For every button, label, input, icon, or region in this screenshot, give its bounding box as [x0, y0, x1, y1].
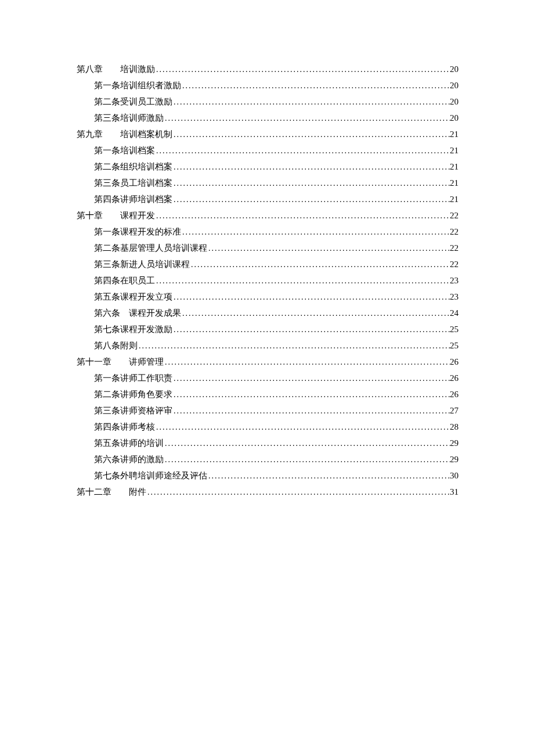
toc-label: 第十二章: [77, 487, 111, 498]
toc-page-number: 25: [450, 341, 459, 351]
toc-page-number: 21: [450, 146, 459, 156]
toc-label: 第二条: [94, 161, 120, 172]
toc-entry: 第八章 培训激励20: [77, 64, 459, 75]
toc-page-number: 21: [450, 162, 459, 172]
toc-label: 第三条: [94, 113, 120, 124]
toc-page-number: 21: [450, 129, 459, 139]
toc-title: 附件: [129, 487, 146, 498]
toc-spacer: [111, 357, 129, 368]
toc-dots: [138, 341, 450, 351]
toc-title: 讲师的激励: [120, 454, 164, 465]
toc-label: 第三条: [94, 259, 120, 270]
toc-page-number: 20: [450, 97, 459, 107]
toc-label: 第三条: [94, 178, 120, 189]
toc-label: 第六条: [94, 454, 120, 465]
toc-dots: [164, 455, 450, 465]
toc-label: 第二条: [94, 389, 120, 400]
toc-entry: 第八条 附则25: [77, 340, 459, 351]
toc-page-number: 29: [450, 455, 459, 465]
toc-label: 第五条: [94, 291, 120, 303]
toc-page-number: 23: [450, 276, 459, 286]
toc-dots: [172, 293, 450, 302]
toc-entry: 第一条 培训组织者激励20: [77, 80, 459, 91]
toc-title: 课程开发成果: [129, 308, 181, 319]
toc-page-number: 22: [450, 211, 459, 221]
toc-entry: 第一条 课程开发的标准22: [77, 226, 459, 237]
toc-page-number: 20: [450, 81, 459, 91]
toc-label: 第五条: [94, 438, 120, 449]
toc-label: 第二条: [94, 243, 120, 254]
toc-title: 课程开发: [120, 210, 155, 221]
toc-entry: 第四条 讲师培训档案21: [77, 194, 459, 205]
toc-label: 第七条: [94, 324, 120, 335]
toc-entry: 第二条 讲师角色要求26: [77, 389, 459, 400]
toc-entry: 第六条 讲师的激励29: [77, 454, 459, 465]
toc-entry: 第三条 培训师激励20: [77, 113, 459, 124]
toc-title: 课程开发的标准: [120, 226, 181, 237]
toc-title: 组织培训档案: [120, 161, 172, 172]
toc-title: 员工培训档案: [120, 178, 172, 189]
toc-dots: [164, 114, 450, 123]
toc-title: 新进人员培训课程: [120, 259, 190, 270]
toc-entry: 第十一章 讲师管理26: [77, 357, 459, 368]
toc-dots: [155, 423, 450, 432]
toc-label: 第一条: [94, 226, 120, 237]
toc-label: 第四条: [94, 275, 120, 286]
toc-label: 第十章: [77, 210, 103, 221]
toc-title: 培训激励: [120, 64, 155, 75]
toc-entry: 第五条 课程开发立项23: [77, 291, 459, 303]
toc-spacer: [111, 487, 129, 498]
toc-page-number: 26: [450, 357, 459, 367]
toc-entry: 第一条 讲师工作职责26: [77, 373, 459, 384]
toc-dots: [146, 488, 450, 497]
toc-dots: [207, 244, 450, 253]
toc-page-number: 20: [450, 64, 459, 74]
toc-dots: [181, 309, 450, 318]
toc-title: 讲师的培训: [120, 438, 164, 449]
toc-page-number: 26: [450, 390, 459, 399]
toc-page-number: 21: [450, 178, 459, 188]
toc-page-number: 23: [450, 292, 459, 302]
toc-dots: [207, 471, 450, 481]
toc-entry: 第四条 在职员工23: [77, 275, 459, 286]
toc-title: 基层管理人员培训课程: [120, 243, 207, 254]
toc-dots: [172, 390, 450, 399]
toc-title: 讲师角色要求: [120, 389, 172, 400]
toc-label: 第八章: [77, 64, 103, 75]
toc-title: 讲师考核: [120, 422, 155, 433]
toc-page-number: 21: [450, 195, 459, 204]
toc-dots: [172, 406, 450, 416]
toc-dots: [164, 358, 450, 367]
table-of-contents: 第八章 培训激励20第一条 培训组织者激励20第二条 受训员工激励20第三条 培…: [77, 64, 459, 498]
toc-label: 第二条: [94, 96, 120, 107]
toc-page-number: 25: [450, 325, 459, 334]
toc-title: 培训档案机制: [120, 129, 172, 140]
toc-entry: 第七条 外聘培训师途经及评估30: [77, 470, 459, 481]
toc-title: 在职员工: [120, 275, 155, 286]
toc-title: 讲师资格评审: [120, 405, 172, 416]
toc-title: 培训师激励: [120, 113, 164, 124]
toc-entry: 第十章 课程开发22: [77, 210, 459, 221]
toc-label: 第四条: [94, 422, 120, 433]
toc-entry: 第九章 培训档案机制21: [77, 129, 459, 140]
toc-title: 课程开发立项: [120, 291, 172, 303]
toc-page-number: 28: [450, 422, 459, 432]
toc-title: 课程开发激励: [120, 324, 172, 335]
toc-dots: [172, 195, 450, 204]
toc-title: 讲师管理: [129, 357, 164, 368]
toc-dots: [155, 65, 450, 74]
toc-dots: [155, 146, 450, 156]
toc-dots: [172, 374, 450, 383]
toc-spacer: [103, 64, 120, 75]
toc-entry: 第三条 讲师资格评审27: [77, 405, 459, 416]
toc-entry: 第六条 课程开发成果24: [77, 308, 459, 319]
toc-page-number: 22: [450, 243, 459, 253]
toc-page-number: 26: [450, 373, 459, 383]
toc-dots: [181, 228, 450, 237]
toc-page-number: 31: [450, 487, 459, 497]
toc-dots: [172, 325, 450, 334]
toc-dots: [190, 260, 450, 269]
toc-label: 第三条: [94, 405, 120, 416]
toc-dots: [155, 211, 450, 221]
toc-page-number: 22: [450, 227, 459, 237]
